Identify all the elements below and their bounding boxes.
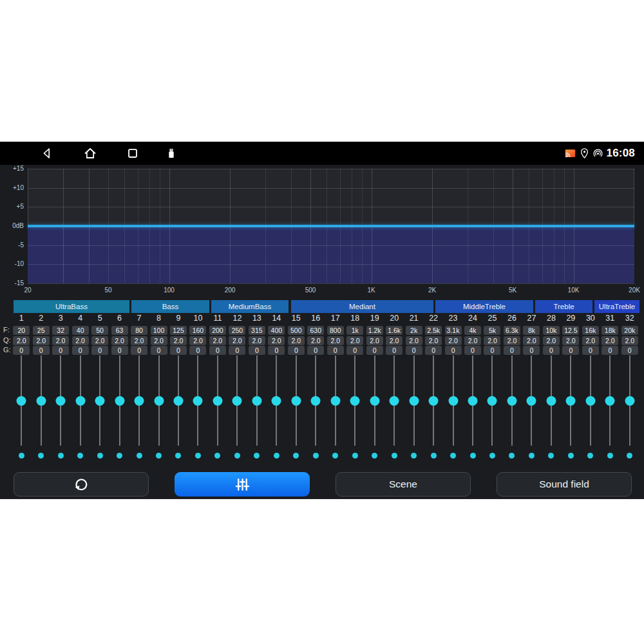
eq-band-slider[interactable] xyxy=(443,355,462,446)
band-number-row: 1234567891011121314151617181920212223242… xyxy=(12,314,639,323)
band-gain-value: 0 xyxy=(562,346,579,355)
slider-knob[interactable] xyxy=(429,396,439,406)
eq-band-slider[interactable] xyxy=(542,355,561,446)
eq-band-slider[interactable] xyxy=(109,355,129,446)
eq-band-slider[interactable] xyxy=(306,355,325,446)
band-number: 25 xyxy=(488,314,497,323)
eq-band-slider[interactable] xyxy=(502,355,522,446)
slider-knob[interactable] xyxy=(75,396,85,406)
eq-band-slider[interactable] xyxy=(620,355,639,446)
slider-knob[interactable] xyxy=(95,396,105,406)
eq-band-slider[interactable] xyxy=(404,355,423,446)
band-q-value: 2.0 xyxy=(464,336,481,345)
slider-knob[interactable] xyxy=(468,396,478,406)
slider-knob[interactable] xyxy=(193,396,203,406)
slider-knob[interactable] xyxy=(56,396,66,406)
eq-band-slider[interactable] xyxy=(600,355,620,446)
eq-band-slider[interactable] xyxy=(12,355,31,446)
slider-knob[interactable] xyxy=(330,396,340,406)
eq-band-slider[interactable] xyxy=(51,355,70,446)
slider-knob[interactable] xyxy=(370,396,379,406)
home-button[interactable] xyxy=(82,145,99,162)
eq-band-slider[interactable] xyxy=(424,355,443,446)
slider-knob[interactable] xyxy=(135,396,144,406)
eq-band-slider[interactable] xyxy=(365,355,384,446)
freq-row-label: F: xyxy=(3,326,12,334)
eq-band-slider[interactable] xyxy=(482,355,502,446)
eq-band-slider[interactable] xyxy=(208,355,227,446)
slider-knob[interactable] xyxy=(566,396,576,406)
eq-band-slider[interactable] xyxy=(345,355,365,446)
eq-band-slider[interactable] xyxy=(90,355,109,446)
eq-band-slider[interactable] xyxy=(326,355,345,446)
slider-knob[interactable] xyxy=(546,396,556,406)
eq-band-slider[interactable] xyxy=(227,355,247,446)
slider-knob[interactable] xyxy=(17,396,26,406)
band-q-value: 2.0 xyxy=(229,336,245,345)
slider-knob[interactable] xyxy=(311,396,321,406)
eq-band-slider[interactable] xyxy=(267,355,286,446)
band-number: 15 xyxy=(292,314,301,323)
slider-knob[interactable] xyxy=(448,396,458,406)
slider-knob[interactable] xyxy=(409,396,419,406)
recents-button[interactable] xyxy=(124,145,141,162)
slider-knob[interactable] xyxy=(213,396,222,406)
slider-knob[interactable] xyxy=(625,396,634,406)
slider-knob[interactable] xyxy=(36,396,46,406)
slider-knob[interactable] xyxy=(585,396,595,406)
band-q-value: 2.0 xyxy=(189,336,206,345)
slider-knob[interactable] xyxy=(291,396,301,406)
band-number: 32 xyxy=(625,314,634,323)
slider-knob[interactable] xyxy=(115,396,124,406)
slider-knob[interactable] xyxy=(488,396,497,406)
slider-knob[interactable] xyxy=(605,396,615,406)
eq-band-slider[interactable] xyxy=(522,355,541,446)
eq-band-slider[interactable] xyxy=(287,355,306,446)
band-frequency-value: 63 xyxy=(111,326,128,335)
slider-knob[interactable] xyxy=(350,396,360,406)
slider-knob[interactable] xyxy=(527,396,536,406)
grid-line-horizontal xyxy=(28,207,634,207)
eq-band-slider[interactable] xyxy=(581,355,600,446)
band-group-header-treble: Treble xyxy=(535,300,592,313)
eq-band-slider[interactable] xyxy=(70,355,90,446)
back-button[interactable] xyxy=(39,145,55,162)
slider-knob[interactable] xyxy=(173,396,183,406)
band-frequency-value-row: 2025324050638010012516020025031540050063… xyxy=(12,326,639,335)
band-gain-value: 0 xyxy=(366,346,383,355)
band-indicator-dot xyxy=(607,453,613,459)
eq-band-slider[interactable] xyxy=(384,355,404,446)
band-number: 4 xyxy=(78,314,82,323)
slider-knob[interactable] xyxy=(272,396,281,406)
band-frequency-value: 18k xyxy=(601,326,618,335)
band-number: 16 xyxy=(311,314,320,323)
slider-knob[interactable] xyxy=(252,396,261,406)
slider-knob[interactable] xyxy=(507,396,516,406)
eq-band-slider[interactable] xyxy=(561,355,580,446)
slider-knob[interactable] xyxy=(154,396,164,406)
recents-icon xyxy=(126,146,140,160)
slider-knob[interactable] xyxy=(390,396,399,406)
eq-band-slider[interactable] xyxy=(129,355,149,446)
equalizer-button[interactable] xyxy=(175,472,310,497)
band-gain-value: 0 xyxy=(131,346,147,355)
reset-button[interactable] xyxy=(14,472,149,497)
scene-button-label: Scene xyxy=(389,478,417,490)
slider-knob[interactable] xyxy=(232,396,242,406)
band-number: 11 xyxy=(213,314,222,323)
eq-band-slider[interactable] xyxy=(247,355,267,446)
eq-band-slider[interactable] xyxy=(149,355,168,446)
band-gain-value-row: 00000000000000000000000000000000 xyxy=(12,346,639,355)
usb-button[interactable] xyxy=(163,145,180,162)
band-gain-value: 0 xyxy=(307,346,324,355)
band-indicator-dot xyxy=(372,453,377,459)
band-frequency-value: 20 xyxy=(13,326,30,335)
scene-button[interactable]: Scene xyxy=(336,472,471,497)
eq-band-slider[interactable] xyxy=(31,355,50,446)
eq-band-slider[interactable] xyxy=(463,355,482,446)
band-indicator-dot xyxy=(470,453,476,459)
eq-band-slider[interactable] xyxy=(188,355,207,446)
sound-field-button[interactable]: Sound field xyxy=(497,472,632,497)
band-frequency-value: 3.1k xyxy=(445,326,462,335)
eq-band-slider[interactable] xyxy=(169,355,188,446)
